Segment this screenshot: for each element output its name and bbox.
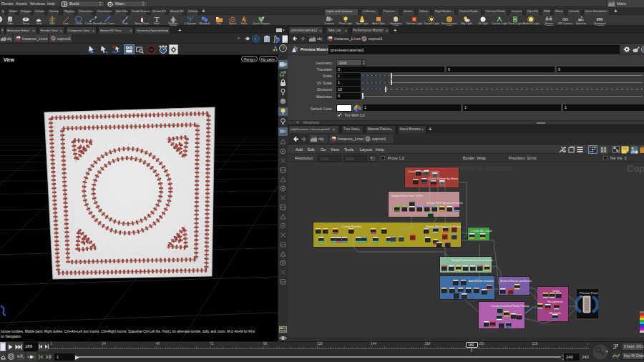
svg-text:?: ? (281, 45, 284, 52)
